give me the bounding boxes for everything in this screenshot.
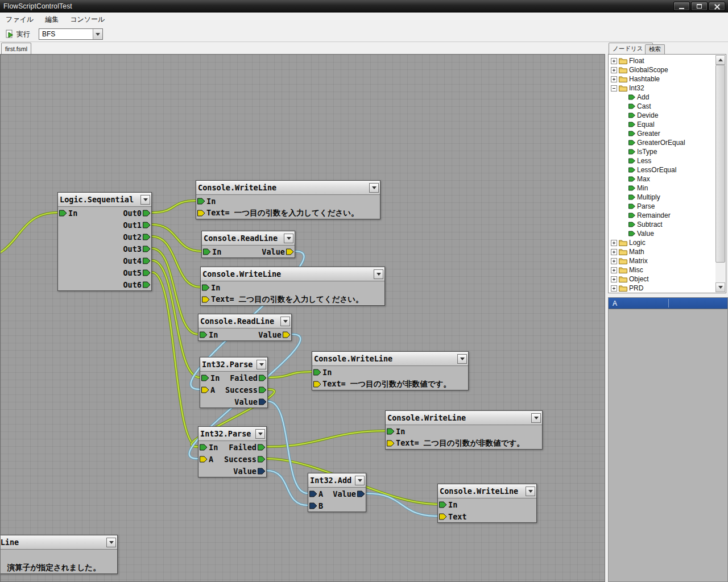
port-value[interactable]: Value	[262, 247, 294, 256]
tree-item-prd[interactable]: PRD	[609, 284, 715, 292]
port-value[interactable]: Value	[234, 397, 267, 406]
tree-item-subtract[interactable]: Subtract	[609, 220, 715, 229]
port-out0[interactable]: Out0	[123, 209, 151, 218]
menu-edit[interactable]: 編集	[39, 13, 64, 26]
flow-node-seq[interactable]: Logic.SequentialInOut0Out1Out2Out3Out4Ou…	[57, 192, 152, 291]
port-in[interactable]: In	[387, 427, 405, 436]
tree-item-add[interactable]: Add	[609, 93, 715, 102]
node-menu-button[interactable]	[355, 476, 365, 485]
tree-item-parse[interactable]: Parse	[609, 202, 715, 211]
title-bar[interactable]: FlowScriptControlTest	[0, 0, 728, 13]
menu-console[interactable]: コンソール	[64, 13, 110, 26]
tree-item-remainder[interactable]: Remainder	[609, 211, 715, 220]
flow-node-wl2[interactable]: Console.WriteLineInText= 二つ目の引数を入力してください…	[200, 267, 385, 306]
tree-item-matrix[interactable]: Matrix	[609, 256, 715, 265]
node-menu-button[interactable]	[255, 429, 265, 439]
tree-item-hashtable[interactable]: Hashtable	[609, 74, 715, 84]
port-out6[interactable]: Out6	[123, 280, 151, 289]
port-text[interactable]: Text= 一つ目の引数が非数値です。	[313, 379, 451, 389]
node-menu-button[interactable]	[531, 413, 541, 423]
tree-item-cast[interactable]: Cast	[609, 102, 715, 111]
flow-node-wl5[interactable]: Console.WriteLineInText	[437, 484, 537, 523]
port-in[interactable]: In	[200, 443, 218, 452]
tree-item-misc[interactable]: Misc	[609, 265, 715, 275]
tree-item-globalscope[interactable]: GlobalScope	[609, 65, 715, 74]
maximize-button[interactable]	[691, 2, 708, 11]
port-out2[interactable]: Out2	[123, 232, 151, 242]
flow-node-parse2[interactable]: Int32.ParseInFailedASuccessValue	[198, 426, 267, 477]
flow-node-rl2[interactable]: Console.ReadLineInValue	[198, 314, 292, 341]
tree-item-multiply[interactable]: Multiply	[609, 193, 715, 202]
tree-item-min[interactable]: Min	[609, 184, 715, 193]
tree-item-object[interactable]: Object	[609, 275, 715, 284]
port-value[interactable]: Value	[258, 330, 291, 339]
node-menu-button[interactable]	[526, 487, 535, 496]
port-in[interactable]: In	[313, 368, 332, 377]
port-out5[interactable]: Out5	[123, 268, 151, 277]
port-text[interactable]: Text	[439, 512, 467, 521]
port-success[interactable]: Success	[225, 385, 267, 394]
result-list[interactable]	[609, 309, 727, 581]
port-in[interactable]: In	[201, 373, 220, 383]
result-panel-header[interactable]: A	[609, 298, 727, 309]
tree-item-logic[interactable]: Logic	[609, 238, 715, 247]
tree-expander[interactable]	[611, 276, 617, 282]
scroll-up-button[interactable]	[715, 55, 725, 65]
port-failed[interactable]: Failed	[229, 443, 266, 452]
node-menu-button[interactable]	[284, 234, 293, 243]
node-menu-button[interactable]	[257, 360, 266, 369]
port-a[interactable]: A	[309, 489, 323, 498]
node-menu-button[interactable]	[106, 538, 116, 547]
tree-expander[interactable]	[611, 76, 617, 82]
tree-item-max[interactable]: Max	[609, 174, 715, 184]
tree-item-lessorequal[interactable]: LessOrEqual	[609, 165, 715, 174]
flow-node-wl1[interactable]: Console.WriteLineInText= 一つ目の引数を入力してください…	[196, 180, 380, 219]
port-in[interactable]: In	[202, 283, 220, 292]
tree-expander[interactable]	[611, 85, 617, 92]
port-in[interactable]: In	[200, 330, 218, 339]
traversal-mode-combobox[interactable]: BFS	[39, 28, 103, 40]
node-menu-button[interactable]	[280, 317, 290, 326]
flow-canvas[interactable]: Logic.SequentialInOut0Out1Out2Out3Out4Ou…	[0, 54, 605, 582]
tree-scrollbar[interactable]	[715, 55, 725, 292]
tree-item-istype[interactable]: IsType	[609, 147, 715, 156]
tree-item-equal[interactable]: Equal	[609, 120, 715, 129]
node-menu-button[interactable]	[369, 183, 379, 193]
port-text[interactable]: Text= 二つ目の引数を入力してください。	[202, 294, 363, 305]
tree-expander[interactable]	[611, 285, 617, 292]
flow-node-add[interactable]: Int32.AddAValueB	[308, 473, 366, 512]
tree-item-greaterorequal[interactable]: GreaterOrEqual	[609, 138, 715, 147]
port-text[interactable]: Text= 二つ目の引数が非数値です。	[387, 438, 524, 448]
port-a[interactable]: A	[201, 385, 215, 394]
tree-item-int32[interactable]: Int32	[609, 84, 715, 93]
node-menu-button[interactable]	[457, 354, 467, 364]
flow-node-rl1[interactable]: Console.ReadLineInValue	[201, 231, 295, 258]
scroll-down-button[interactable]	[715, 282, 725, 292]
port-text[interactable]: Text= 一つ目の引数を入力してください。	[197, 208, 359, 218]
tree-expander[interactable]	[611, 258, 617, 264]
tree-expander[interactable]	[611, 58, 617, 64]
tab-first-fsml[interactable]: first.fsml	[1, 43, 31, 54]
tree-expander[interactable]	[611, 249, 617, 255]
close-button[interactable]	[709, 2, 725, 11]
port-value[interactable]: Value	[233, 467, 266, 476]
tree-expander[interactable]	[611, 240, 617, 246]
port-b[interactable]: B	[309, 501, 323, 510]
port-in[interactable]: In	[59, 209, 77, 218]
port-value[interactable]: Value	[333, 489, 365, 498]
tree-item-devide[interactable]: Devide	[609, 111, 715, 120]
tree-item-less[interactable]: Less	[609, 156, 715, 165]
port-text[interactable]: Text= 演算子が指定されました。	[0, 563, 101, 573]
flow-node-wl6[interactable]: Console.WriteLineInText= 演算子が指定されました。	[0, 535, 118, 574]
tree-expander[interactable]	[611, 67, 617, 73]
tab-search[interactable]: 検索	[645, 44, 665, 54]
port-out3[interactable]: Out3	[123, 244, 151, 253]
flow-node-wl4[interactable]: Console.WriteLineInText= 二つ目の引数が非数値です。	[385, 410, 543, 450]
port-out1[interactable]: Out1	[123, 221, 151, 230]
port-success[interactable]: Success	[224, 455, 266, 464]
port-in[interactable]: In	[439, 500, 457, 509]
node-menu-button[interactable]	[140, 195, 150, 205]
port-in[interactable]: In	[203, 247, 221, 256]
port-failed[interactable]: Failed	[230, 373, 267, 383]
node-menu-button[interactable]	[374, 269, 383, 279]
